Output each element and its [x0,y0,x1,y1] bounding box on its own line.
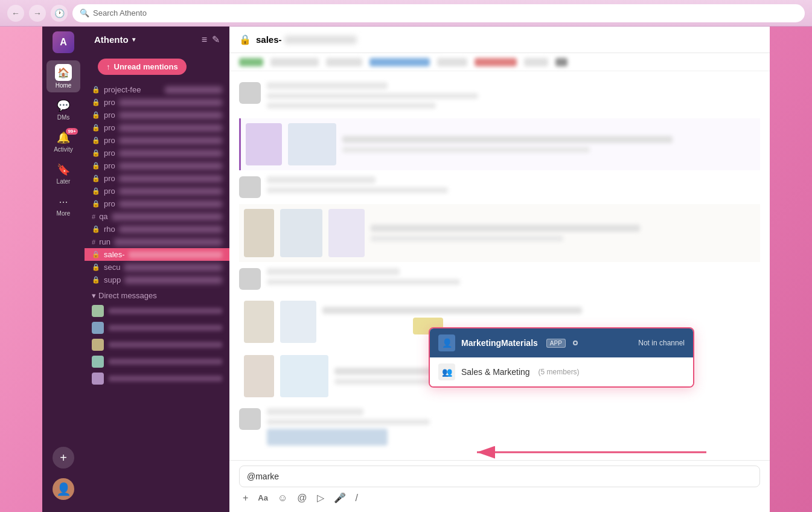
home-icon: 🏠 [55,64,72,81]
dm-item-1[interactable] [85,302,229,319]
activity-label: Activity [54,146,73,153]
rail-activity[interactable]: 99+ 🔔 Activity [46,127,80,156]
sidebar-channel-project-fee[interactable]: 🔒 project-fee [85,83,229,96]
messages-area: 👤 MarketingMaterials APP Not in channel … [229,71,770,460]
mention-button[interactable]: @ [296,491,308,505]
direct-messages-section[interactable]: ▾ Direct messages [85,286,229,302]
channel-toolbar [229,53,770,71]
mic-button[interactable]: 🎤 [333,491,347,505]
sidebar-channel-pro4[interactable]: 🔒 pro [85,134,229,147]
dm-item-3[interactable] [85,336,229,353]
slash-button[interactable]: / [354,491,359,505]
workspace-avatar[interactable]: A [53,31,74,53]
lock-icon: 🔒 [92,98,100,106]
hash-icon: # [92,213,95,220]
at-icon: @ [297,493,307,504]
sidebar-channel-pro3[interactable]: 🔒 pro [85,121,229,134]
sidebar-channel-supp[interactable]: 🔒 supp [85,274,229,286]
workspace-name[interactable]: Athento ▼ [94,34,137,45]
lock-icon: 🔒 [92,251,100,258]
up-arrow-icon: ↑ [106,62,110,71]
browser-bar: ← → 🕐 🔍 Search Athento [0,0,812,27]
search-icon: 🔍 [80,8,89,18]
input-text: @marke [247,472,279,481]
sidebar-channel-pro5[interactable]: 🔒 pro [85,147,229,159]
sidebar-channel-pro9[interactable]: 🔒 pro [85,197,229,210]
user-avatar[interactable]: 👤 [53,478,74,500]
lock-icon: 🔒 [92,187,100,195]
unread-mentions-label: Unread mentions [114,62,178,71]
message-row-4 [229,405,770,453]
rail-dms[interactable]: 💬 DMs [46,95,80,124]
user-icon: 👤 [442,338,452,348]
left-rail: A 🏠 Home 💬 DMs 99+ 🔔 Activity 🔖 Later ··… [42,27,85,512]
message-input[interactable]: @marke [239,466,760,487]
mention-autocomplete-popup: 👤 MarketingMaterials APP Not in channel … [429,327,694,388]
sidebar: Athento ▼ ≡ ✎ ↑ Unread mentions 🔒 projec… [85,27,229,512]
collapse-icon: ▾ [92,291,96,300]
later-icon: 🔖 [56,162,71,177]
mention-app-name: MarketingMaterials [461,338,538,348]
input-toolbar: + Aa ☺ @ ▷ 🎤 / [239,487,760,505]
app-badge: APP [546,339,566,348]
sidebar-channel-run[interactable]: # run [85,235,229,248]
channel-header: 🔒 sales- [229,27,770,53]
status-dot [573,341,578,345]
lock-icon: 🔒 [92,136,100,144]
slash-icon: / [356,493,358,504]
rail-more[interactable]: ··· More [46,191,80,220]
browser-search-bar[interactable]: 🔍 Search Athento [72,4,805,22]
filter-button[interactable]: ≡ [202,34,207,45]
lock-icon: 🔒 [92,263,100,271]
dm-item-5[interactable] [85,370,229,387]
mention-group-count: (5 members) [539,368,580,376]
mention-item-marketing-materials[interactable]: 👤 MarketingMaterials APP Not in channel [430,328,693,357]
emoji-button[interactable]: ☺ [277,491,289,505]
rail-later[interactable]: 🔖 Later [46,159,80,188]
compose-button[interactable]: ✎ [212,34,220,45]
lock-icon: 🔒 [92,124,100,132]
mention-item-sales-marketing[interactable]: 👥 Sales & Marketing (5 members) [430,357,693,386]
app-container: A 🏠 Home 💬 DMs 99+ 🔔 Activity 🔖 Later ··… [42,27,770,512]
sidebar-channel-qa[interactable]: # qa [85,210,229,223]
dms-label: DMs [57,114,70,121]
history-button[interactable]: 🕐 [51,5,68,22]
lock-icon: 🔒 [92,174,100,182]
hash-icon: # [92,238,95,246]
not-in-channel-label: Not in channel [638,339,685,347]
plus-button[interactable]: + [241,491,249,505]
channel-name: sales- [256,34,357,45]
unread-mentions-button[interactable]: ↑ Unread mentions [98,59,187,75]
mic-icon: 🎤 [334,492,346,504]
rail-home[interactable]: 🏠 Home [46,60,80,92]
video-icon: ▷ [317,492,324,504]
lock-icon: 🔒 [92,225,100,233]
main-content: 🔒 sales- [229,27,770,512]
channel-list: ↑ Unread mentions 🔒 project-fee 🔒 pro 🔒 … [85,53,229,512]
sidebar-channel-pro1[interactable]: 🔒 pro [85,96,229,109]
sidebar-channel-pro8[interactable]: 🔒 pro [85,185,229,197]
message-row-1 [229,78,770,116]
search-placeholder-text: Search Athento [93,8,147,18]
lock-icon: 🔒 [92,162,100,170]
dms-icon: 💬 [56,98,71,113]
back-button[interactable]: ← [7,5,24,22]
sidebar-channel-pro6[interactable]: 🔒 pro [85,159,229,172]
sidebar-channel-rho[interactable]: 🔒 rho [85,223,229,235]
format-button[interactable]: Aa [257,492,269,504]
sidebar-channel-secu[interactable]: 🔒 secu [85,261,229,274]
dm-item-4[interactable] [85,353,229,370]
video-button[interactable]: ▷ [316,491,325,505]
add-button[interactable]: + [53,447,74,469]
forward-button[interactable]: → [29,5,46,22]
sidebar-channel-pro2[interactable]: 🔒 pro [85,109,229,121]
plus-icon: + [243,493,248,504]
mention-group-name: Sales & Marketing [461,367,530,377]
mention-avatar: 👤 [438,334,455,351]
more-label: More [57,210,71,217]
sidebar-channel-pro7[interactable]: 🔒 pro [85,172,229,185]
message-row-2 [229,173,770,202]
sidebar-channel-sales[interactable]: 🔒 sales- [85,248,229,261]
dm-item-2[interactable] [85,319,229,336]
sidebar-header: Athento ▼ ≡ ✎ [85,27,229,53]
